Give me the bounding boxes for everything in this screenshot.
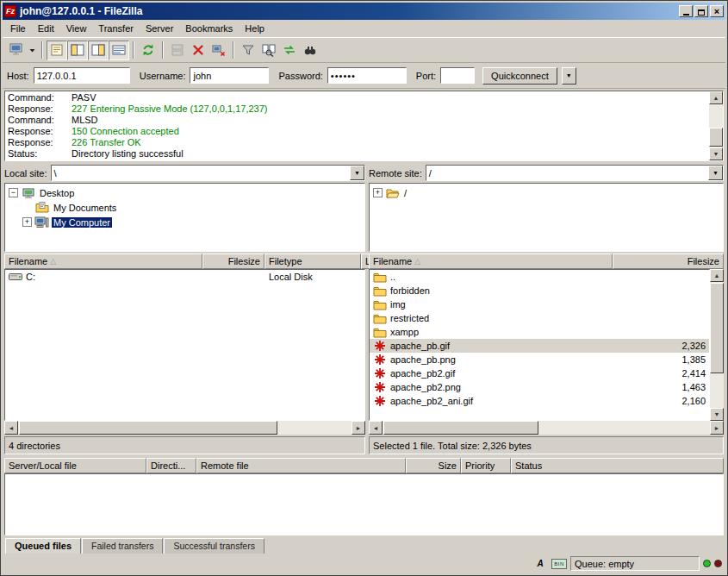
find-icon[interactable]	[300, 41, 320, 60]
scroll-down-icon[interactable]: ▼	[710, 408, 724, 421]
local-hscroll-thumb[interactable]	[19, 421, 277, 435]
tree-item-my-documents[interactable]: My Documents	[7, 200, 363, 215]
password-input[interactable]	[327, 67, 407, 84]
file-row-item[interactable]: ..	[370, 270, 709, 284]
combo-dropdown-icon[interactable]: ▼	[350, 166, 364, 180]
expander-minus-icon[interactable]: −	[9, 188, 18, 197]
remote-hscroll-thumb[interactable]	[383, 421, 538, 435]
local-hscrollbar[interactable]: ◄ ►	[4, 421, 365, 435]
log-scrollbar[interactable]: ▲ ▼	[709, 91, 723, 160]
scroll-up-icon[interactable]: ▲	[709, 91, 723, 104]
column-header-server-local-file[interactable]: Server/Local file	[4, 458, 146, 473]
sync-browse-icon[interactable]	[279, 41, 300, 60]
compare-icon[interactable]	[258, 41, 279, 60]
remote-vscroll-track[interactable]	[710, 282, 724, 408]
toggle-local-tree-icon[interactable]	[67, 41, 88, 60]
remote-vscrollbar[interactable]: ▲ ▼	[710, 269, 724, 421]
file-row-restricted[interactable]: restricted	[370, 311, 709, 325]
quickconnect-dropdown-icon[interactable]: ▼	[562, 67, 576, 85]
file-row-apache-pb2-ani-gif[interactable]: apache_pb2_ani.gif2,160	[370, 394, 709, 408]
refresh-icon[interactable]	[138, 41, 159, 60]
toolbar	[3, 38, 725, 63]
username-input[interactable]	[190, 67, 269, 84]
toggle-log-icon[interactable]	[47, 41, 67, 60]
column-header-status[interactable]: Status	[511, 458, 724, 473]
remote-hscrollbar[interactable]: ◄ ►	[369, 421, 724, 435]
tree-item-my-computer[interactable]: +My Computer	[7, 215, 363, 229]
column-header-label: Filetype	[269, 256, 302, 266]
scroll-left-icon[interactable]: ◄	[369, 421, 383, 435]
site-manager-dropdown-icon[interactable]	[27, 41, 38, 60]
column-header-filesize[interactable]: Filesize	[613, 254, 724, 269]
file-row-xampp[interactable]: xampp	[370, 325, 709, 339]
scroll-right-icon[interactable]: ►	[710, 421, 724, 435]
local-site-combo[interactable]: \ ▼	[51, 165, 365, 181]
log-prefix: Response:	[8, 137, 72, 148]
expander-plus-icon[interactable]: +	[22, 217, 32, 227]
column-header-filetype[interactable]: Filetype	[264, 254, 361, 269]
local-list-status: 4 directories	[4, 436, 365, 454]
file-row-img[interactable]: img	[370, 297, 709, 311]
scroll-down-icon[interactable]: ▼	[709, 147, 723, 160]
host-input[interactable]	[34, 67, 130, 84]
menu-item-help[interactable]: Help	[239, 21, 271, 36]
sort-asc-icon: △	[50, 257, 56, 266]
column-header-filesize[interactable]: Filesize	[202, 254, 264, 269]
scroll-left-icon[interactable]: ◄	[4, 421, 18, 435]
remote-vscroll-thumb[interactable]	[710, 283, 724, 373]
tab-failed-transfers[interactable]: Failed transfers	[82, 538, 163, 554]
disconnect-icon[interactable]	[208, 41, 229, 60]
menu-item-transfer[interactable]: Transfer	[92, 21, 140, 36]
column-header-label: Filesize	[688, 256, 719, 266]
quickconnect-button[interactable]: Quickconnect	[482, 67, 557, 85]
scroll-right-icon[interactable]: ►	[352, 421, 365, 435]
menu-item-bookmarks[interactable]: Bookmarks	[179, 21, 239, 36]
toggle-remote-tree-icon[interactable]	[88, 41, 109, 60]
tree-item-item[interactable]: +/	[371, 185, 721, 200]
toggle-queue-icon[interactable]	[109, 41, 129, 60]
expander-plus-icon[interactable]: +	[373, 188, 383, 197]
remote-site-combo[interactable]: / ▼	[426, 165, 724, 181]
minimize-button[interactable]	[679, 5, 693, 17]
column-header-priority[interactable]: Priority	[461, 458, 511, 473]
column-header-directi[interactable]: Directi...	[146, 458, 196, 473]
scroll-up-icon[interactable]: ▲	[710, 269, 724, 282]
remote-site-label: Remote site:	[369, 168, 422, 178]
maximize-button[interactable]	[694, 5, 708, 17]
menu-item-edit[interactable]: Edit	[32, 21, 60, 36]
combo-dropdown-icon[interactable]: ▼	[708, 166, 723, 180]
log-prefix: Status:	[8, 148, 72, 160]
file-row-apache-pb2-png[interactable]: apache_pb2.png1,463	[370, 380, 709, 394]
column-header-filename[interactable]: Filename△	[4, 254, 202, 269]
image-icon	[373, 395, 387, 407]
menu-item-file[interactable]: File	[4, 21, 32, 36]
column-header-size[interactable]: Size	[406, 458, 461, 473]
file-row-apache-pb-png[interactable]: apache_pb.png1,385	[370, 353, 709, 366]
close-button[interactable]: ×	[710, 5, 724, 17]
remote-hscroll-track[interactable]	[383, 421, 710, 435]
log-scroll-thumb[interactable]	[709, 128, 723, 147]
folder-icon	[373, 298, 387, 310]
cancel-icon[interactable]	[188, 41, 208, 60]
tab-successful-transfers[interactable]: Successful transfers	[164, 538, 264, 554]
menu-item-server[interactable]: Server	[140, 21, 179, 36]
menu-item-view[interactable]: View	[60, 21, 93, 36]
column-header-remote-file[interactable]: Remote file	[196, 458, 406, 473]
column-header-filename[interactable]: Filename△	[369, 254, 613, 269]
log-scroll-track[interactable]	[709, 104, 723, 147]
column-header-label: Filesize	[228, 256, 260, 266]
window-title: john@127.0.0.1 - FileZilla	[20, 5, 675, 17]
tree-item-desktop[interactable]: −Desktop	[7, 185, 363, 200]
process-queue-icon[interactable]	[167, 41, 188, 60]
site-manager-icon[interactable]	[6, 41, 27, 60]
filter-icon[interactable]	[238, 41, 258, 60]
file-row-c[interactable]: C:Local Disk	[5, 270, 364, 284]
file-lists: Filename△FilesizeFiletypeL C:Local Disk …	[4, 254, 724, 435]
tab-queued-files[interactable]: Queued files	[5, 538, 81, 554]
port-input[interactable]	[440, 67, 475, 84]
file-row-forbidden[interactable]: forbidden	[370, 284, 709, 297]
file-row-apache-pb-gif[interactable]: apache_pb.gif2,326	[370, 339, 709, 353]
tree-label: Desktop	[38, 188, 76, 198]
file-row-apache-pb2-gif[interactable]: apache_pb2.gif2,414	[370, 366, 709, 380]
local-hscroll-track[interactable]	[18, 421, 352, 435]
